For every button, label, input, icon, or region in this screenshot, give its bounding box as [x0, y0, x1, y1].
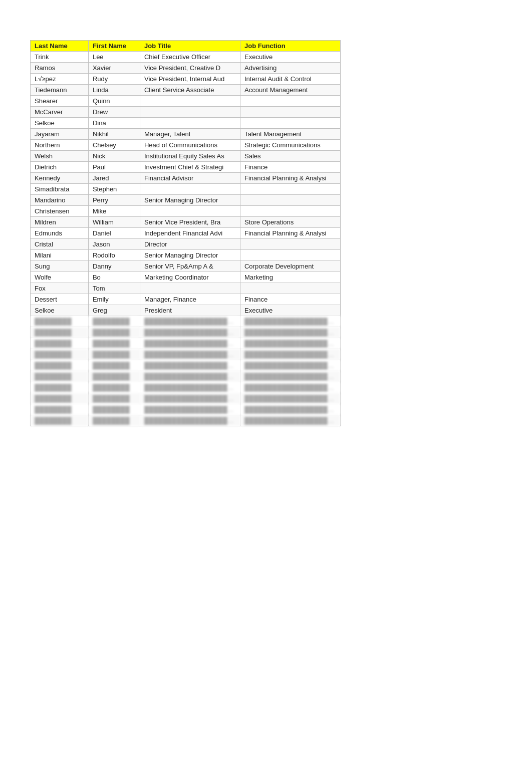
- table-row[interactable]: TrinkLeeChief Executive OfficerExecutive: [31, 52, 341, 63]
- table-row[interactable]: DietrichPaulInvestment Chief & StrategiF…: [31, 162, 341, 173]
- table-row[interactable]: ████████████████████████████████████████…: [31, 338, 341, 349]
- table-row[interactable]: NorthernChelseyHead of CommunicationsStr…: [31, 140, 341, 151]
- table-row[interactable]: ████████████████████████████████████████…: [31, 393, 341, 404]
- table-row[interactable]: ████████████████████████████████████████…: [31, 349, 341, 360]
- table-row[interactable]: SimadibrataStephen: [31, 184, 341, 195]
- header-jobtitle[interactable]: Job Title: [140, 41, 240, 52]
- table-row[interactable]: ████████████████████████████████████████…: [31, 316, 341, 327]
- table-row[interactable]: ChristensenMike: [31, 206, 341, 217]
- table-row[interactable]: ████████████████████████████████████████…: [31, 371, 341, 382]
- data-table: Last Name First Name Job Title Job Funct…: [30, 40, 341, 426]
- table-row[interactable]: McCarverDrew: [31, 107, 341, 118]
- table-row[interactable]: WolfeBoMarketing CoordinatorMarketing: [31, 272, 341, 283]
- table-row[interactable]: MandarinoPerrySenior Managing Director: [31, 195, 341, 206]
- table-row[interactable]: SungDannySenior VP, Fp&Amp A &Corporate …: [31, 261, 341, 272]
- table-row[interactable]: ████████████████████████████████████████…: [31, 327, 341, 338]
- page-container: Last Name First Name Job Title Job Funct…: [0, 0, 532, 466]
- table-row[interactable]: TiedemannLindaClient Service AssociateAc…: [31, 85, 341, 96]
- table-row[interactable]: ShearerQuinn: [31, 96, 341, 107]
- table-row[interactable]: WelshNickInstitutional Equity Sales AsSa…: [31, 151, 341, 162]
- table-row[interactable]: ████████████████████████████████████████…: [31, 415, 341, 426]
- header-jobfunction[interactable]: Job Function: [240, 41, 340, 52]
- header-firstname[interactable]: First Name: [88, 41, 140, 52]
- table-row[interactable]: KennedyJaredFinancial AdvisorFinancial P…: [31, 173, 341, 184]
- table-row[interactable]: SelkoeGregPresidentExecutive: [31, 305, 341, 316]
- table-row[interactable]: JayaramNikhilManager, TalentTalent Manag…: [31, 129, 341, 140]
- table-row[interactable]: ████████████████████████████████████████…: [31, 404, 341, 415]
- table-row[interactable]: RamosXavierVice President, Creative DAdv…: [31, 63, 341, 74]
- table-row[interactable]: DessertEmilyManager, FinanceFinance: [31, 294, 341, 305]
- table-row[interactable]: ████████████████████████████████████████…: [31, 382, 341, 393]
- table-row[interactable]: MildrenWilliamSenior Vice President, Bra…: [31, 217, 341, 228]
- table-row[interactable]: MilaniRodolfoSenior Managing Director: [31, 250, 341, 261]
- table-row[interactable]: ████████████████████████████████████████…: [31, 360, 341, 371]
- header-lastname[interactable]: Last Name: [31, 41, 89, 52]
- table-row[interactable]: L√≥pezRudyVice President, Internal AudIn…: [31, 74, 341, 85]
- table-row[interactable]: FoxTom: [31, 283, 341, 294]
- table-row[interactable]: SelkoeDina: [31, 118, 341, 129]
- table-row[interactable]: EdmundsDanielIndependent Financial AdviF…: [31, 228, 341, 239]
- table-row[interactable]: CristalJasonDirector: [31, 239, 341, 250]
